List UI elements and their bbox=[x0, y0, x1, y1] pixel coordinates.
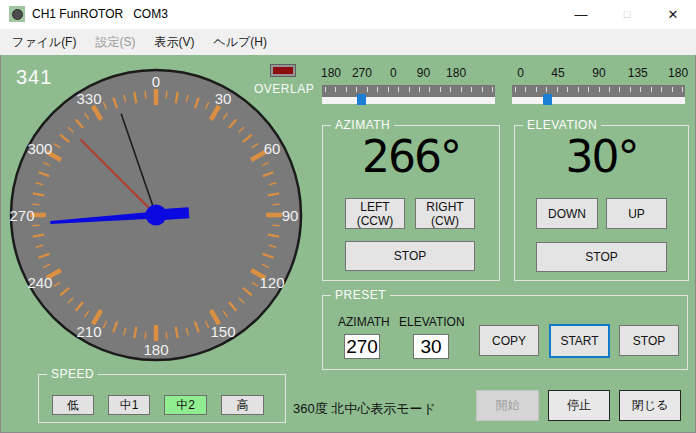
speed-group: SPEED 低中1中2高 bbox=[38, 374, 286, 423]
azimuth-slider-tick bbox=[492, 87, 493, 92]
elevation-group: ELEVATION 30° DOWN UP STOP bbox=[514, 125, 689, 281]
elevation-value: 30° bbox=[515, 131, 688, 182]
elevation-slider-tick bbox=[609, 87, 610, 92]
azimuth-value: 266° bbox=[323, 131, 499, 182]
dial-tick bbox=[32, 225, 39, 226]
elevation-slider-tick bbox=[536, 87, 537, 92]
azimuth-slider-tick bbox=[409, 87, 410, 92]
dial-tick bbox=[145, 91, 146, 98]
preset-elevation-input[interactable] bbox=[413, 334, 449, 359]
azimuth-slider-thumb[interactable] bbox=[357, 94, 366, 105]
elevation-slider-scale-label: 0 bbox=[517, 66, 524, 80]
dial-glyph-icon bbox=[12, 9, 23, 20]
close-dialog-button[interactable]: 閉じる bbox=[619, 390, 681, 421]
elevation-slider-scale-label: 45 bbox=[551, 66, 564, 80]
elevation-slider-tick bbox=[599, 87, 600, 92]
elevation-slider-tick bbox=[651, 87, 652, 92]
elevation-slider-track[interactable] bbox=[512, 97, 685, 104]
elevation-slider-tick bbox=[619, 87, 620, 92]
dial-tick bbox=[32, 204, 39, 205]
azimuth-slider-tick bbox=[346, 87, 347, 92]
display-mode-status: 360度 北中心表示モード bbox=[293, 400, 436, 418]
dial-tick bbox=[166, 332, 167, 339]
menu-file[interactable]: ファイル(F) bbox=[12, 34, 76, 51]
azimuth-needle-hub bbox=[146, 205, 167, 226]
elevation-slider-thumb[interactable] bbox=[543, 94, 552, 105]
window-title: CH1 FunROTOR COM3 bbox=[32, 0, 168, 29]
azimuth-slider[interactable]: 180270090180 bbox=[322, 66, 495, 112]
elevation-slider-tick bbox=[640, 87, 641, 92]
azimuth-stop-button[interactable]: STOP bbox=[345, 241, 475, 271]
dial-degree-label: 0 bbox=[152, 73, 160, 90]
elevation-up-button[interactable]: UP bbox=[606, 198, 667, 229]
azimuth-slider-tick bbox=[367, 87, 368, 92]
compass-dial[interactable]: 0306090120150180210240270300330 bbox=[6, 65, 306, 365]
dial-degree-label: 240 bbox=[27, 274, 52, 291]
dial-degree-label: 30 bbox=[215, 90, 232, 107]
azimuth-right-line1: RIGHT bbox=[426, 200, 463, 214]
elevation-slider-tick bbox=[567, 87, 568, 92]
elevation-slider-tick bbox=[672, 87, 673, 92]
start-button: 開始 bbox=[476, 390, 539, 421]
stop-button[interactable]: 停止 bbox=[548, 390, 610, 421]
dial-tick bbox=[273, 204, 280, 205]
azimuth-left-line1: LEFT bbox=[360, 200, 389, 214]
menu-view[interactable]: 表示(V) bbox=[154, 34, 194, 51]
elevation-slider[interactable]: 04590135180 bbox=[512, 66, 685, 112]
preset-stop-button[interactable]: STOP bbox=[619, 325, 679, 356]
minimize-button[interactable]: — bbox=[558, 0, 604, 29]
azimuth-slider-scale-label: 180 bbox=[446, 66, 466, 80]
elevation-slider-tick bbox=[525, 87, 526, 92]
azimuth-group: AZIMATH 266° LEFT (CCW) RIGHT (CW) STOP bbox=[322, 125, 500, 281]
app-window: CH1 FunROTOR COM3 — □ ✕ ファイル(F)設定(S)表示(V… bbox=[0, 0, 696, 433]
azimuth-slider-tick bbox=[419, 87, 420, 92]
preset-group-title: PRESET bbox=[331, 288, 390, 303]
elevation-down-button[interactable]: DOWN bbox=[536, 198, 598, 229]
elevation-slider-scale-label: 135 bbox=[628, 66, 648, 80]
preset-elevation-label: ELEVATION bbox=[399, 315, 465, 329]
azimuth-slider-scale-label: 90 bbox=[417, 66, 430, 80]
overlap-led-light bbox=[273, 67, 293, 74]
dial-tick bbox=[166, 91, 167, 98]
preset-group: PRESET AZIMATH ELEVATION COPY START STOP bbox=[322, 295, 688, 370]
speed-mid2-button[interactable]: 中2 bbox=[164, 395, 207, 415]
azimuth-right-cw-button[interactable]: RIGHT (CW) bbox=[415, 198, 475, 229]
speed-high-button[interactable]: 高 bbox=[221, 395, 264, 415]
elevation-stop-button[interactable]: STOP bbox=[536, 242, 667, 272]
azimuth-slider-tick bbox=[388, 87, 389, 92]
elevation-slider-tick bbox=[682, 87, 683, 92]
dial-degree-label: 330 bbox=[76, 90, 101, 107]
dial-degree-label: 210 bbox=[76, 323, 101, 340]
speed-low-button[interactable]: 低 bbox=[52, 395, 94, 415]
dial-degree-label: 120 bbox=[260, 274, 285, 291]
title-bar: CH1 FunROTOR COM3 — □ ✕ bbox=[0, 0, 696, 29]
elevation-slider-tick bbox=[588, 87, 589, 92]
overlap-led bbox=[270, 64, 296, 77]
close-button[interactable]: ✕ bbox=[650, 0, 696, 29]
azimuth-left-ccw-button[interactable]: LEFT (CCW) bbox=[345, 198, 405, 229]
azimuth-slider-tick bbox=[440, 87, 441, 92]
azimuth-slider-tick bbox=[398, 87, 399, 92]
elevation-slider-tick bbox=[661, 87, 662, 92]
dial-degree-label: 180 bbox=[143, 341, 168, 358]
speed-mid1-button[interactable]: 中1 bbox=[108, 395, 150, 415]
preset-start-button[interactable]: START bbox=[549, 324, 610, 358]
azimuth-slider-tick-bar bbox=[322, 85, 495, 97]
dial-tick bbox=[145, 332, 146, 339]
dial-degree-label: 90 bbox=[282, 207, 299, 224]
preset-copy-button[interactable]: COPY bbox=[479, 325, 539, 356]
azimuth-right-line2: (CW) bbox=[431, 214, 459, 228]
app-icon bbox=[9, 6, 25, 22]
elevation-slider-tick-bar bbox=[512, 85, 685, 97]
speed-group-title: SPEED bbox=[47, 367, 98, 382]
azimuth-slider-tick bbox=[325, 87, 326, 92]
elevation-slider-tick bbox=[578, 87, 579, 92]
menu-settings: 設定(S) bbox=[95, 34, 135, 51]
dial-degree-label: 60 bbox=[264, 140, 281, 157]
preset-azimuth-input[interactable] bbox=[344, 334, 380, 359]
elevation-slider-scale-label: 90 bbox=[592, 66, 605, 80]
elevation-slider-tick bbox=[630, 87, 631, 92]
menu-help[interactable]: ヘルプ(H) bbox=[213, 34, 267, 51]
azimuth-slider-track[interactable] bbox=[322, 97, 495, 104]
azimuth-slider-tick bbox=[471, 87, 472, 92]
